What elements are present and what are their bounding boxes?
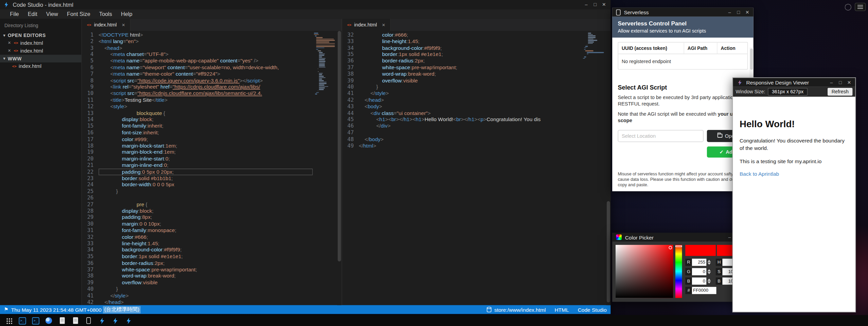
- code-line[interactable]: word-wrap:break-word;: [99, 273, 313, 279]
- rgb-r-stepper[interactable]: [707, 260, 711, 265]
- code-line[interactable]: margin-inline-start:0;: [99, 155, 313, 162]
- menu-view[interactable]: View: [42, 9, 63, 19]
- code-line[interactable]: pre {: [99, 201, 313, 208]
- code-line[interactable]: [359, 129, 582, 136]
- rgb-b-input[interactable]: [692, 277, 706, 285]
- text-editor-app-2[interactable]: [69, 315, 82, 326]
- code-line[interactable]: white-space:pre-wrap!important;: [359, 64, 582, 71]
- code-line[interactable]: </html>: [359, 142, 582, 149]
- text-editor-app-1[interactable]: [55, 315, 69, 326]
- code-line[interactable]: background-color:#f9f9f9;: [99, 247, 313, 253]
- code-line[interactable]: <html lang="en">: [99, 38, 313, 44]
- code-line[interactable]: padding:8px;: [99, 214, 313, 220]
- maximize-button[interactable]: □: [591, 1, 600, 9]
- code-line[interactable]: <meta charset="UTF-8">: [99, 51, 313, 58]
- close-tab-icon[interactable]: ✕: [382, 22, 385, 27]
- close-file-icon[interactable]: ✕: [8, 49, 11, 53]
- tab-index-html[interactable]: <> index.html ✕: [82, 19, 131, 31]
- menu-edit[interactable]: Edit: [23, 9, 42, 19]
- code-studio-title-bar[interactable]: Code Studio - index.html – □ ✕: [0, 0, 610, 9]
- code-line[interactable]: color:#999;: [99, 136, 313, 142]
- stepper-down-icon[interactable]: [707, 281, 711, 284]
- code-line[interactable]: <script src="https://code.jquery.com/jqu…: [99, 77, 313, 83]
- code-line[interactable]: blockquote {: [99, 110, 313, 116]
- www-folder-header[interactable]: ▾ WWW: [0, 55, 82, 62]
- stepper-up-icon[interactable]: [707, 260, 711, 262]
- code-line[interactable]: <title>Testing Site</title>: [99, 97, 313, 103]
- serverless-title-bar[interactable]: Serverless – □ ✕: [612, 8, 754, 17]
- code-line[interactable]: <meta name="apple-mobile-web-app-capable…: [99, 58, 313, 64]
- code-line[interactable]: word-wrap:break-word;: [359, 71, 582, 77]
- start-button[interactable]: [2, 315, 16, 326]
- code-line[interactable]: display:block;: [99, 208, 313, 214]
- code-line[interactable]: <h1><br></h1><h1>Hello World!<br></h1><p…: [359, 116, 582, 123]
- scrollbar-thumb[interactable]: [607, 201, 610, 302]
- terminal-app-2[interactable]: >_: [29, 315, 42, 326]
- rgb-r-input[interactable]: [692, 259, 706, 266]
- code-line[interactable]: line-height:1.45;: [359, 38, 582, 44]
- status-file-path[interactable]: store:/www/index.html: [494, 307, 546, 313]
- close-tab-icon[interactable]: ✕: [122, 22, 125, 27]
- code-line[interactable]: border-radius:2px;: [99, 260, 313, 266]
- scrollbar-thumb[interactable]: [338, 31, 341, 261]
- code-line[interactable]: </head>: [99, 299, 313, 305]
- maximize-button[interactable]: □: [734, 8, 743, 16]
- code-line[interactable]: <meta name="viewport" content="user-scal…: [99, 64, 313, 71]
- desktop-menu-button[interactable]: [855, 3, 866, 11]
- editor-scrollbar[interactable]: [337, 31, 341, 305]
- code-line[interactable]: padding:0 5px 0 20px;: [99, 169, 313, 175]
- open-editor-item[interactable]: ✕<>index.html: [0, 47, 82, 55]
- code-line[interactable]: margin:0 0 10px;: [99, 220, 313, 227]
- editor-scrollbar[interactable]: [606, 31, 610, 305]
- code-line[interactable]: </body>: [359, 136, 582, 142]
- code-line[interactable]: <div class="ui container">: [359, 110, 582, 116]
- minimize-button[interactable]: –: [582, 1, 591, 9]
- code-line[interactable]: font-family:monospace;: [99, 227, 313, 234]
- hue-slider[interactable]: [675, 245, 682, 298]
- code-line[interactable]: <link rel="stylesheet" href="https://cdn…: [99, 84, 313, 90]
- rgb-g-input[interactable]: [692, 268, 706, 275]
- code-line[interactable]: <script src="https://cdnjs.cloudflare.co…: [99, 90, 313, 97]
- serverless-app[interactable]: [82, 315, 95, 326]
- code-line[interactable]: </div>: [359, 123, 582, 129]
- code-studio-app-2[interactable]: [108, 315, 122, 326]
- terminal-app-1[interactable]: >_: [16, 315, 29, 326]
- code-studio-app-1[interactable]: [95, 315, 108, 326]
- code-line[interactable]: background-color:#f9f9f9;: [359, 44, 582, 51]
- saturation-brightness-picker[interactable]: [616, 245, 673, 298]
- code-area[interactable]: <!DOCTYPE html><html lang="en"> <head> <…: [99, 31, 313, 305]
- code-line[interactable]: }: [359, 84, 582, 90]
- status-app-name[interactable]: Code Studio: [578, 307, 607, 313]
- code-line[interactable]: }: [99, 188, 313, 194]
- code-line[interactable]: margin-block-start:1em;: [99, 142, 313, 149]
- code-line[interactable]: font-family:inherit;: [99, 123, 313, 129]
- window-size-value[interactable]: 361px x 627px: [768, 88, 808, 96]
- status-timezone[interactable]: (台北標準時間): [103, 306, 141, 313]
- code-line[interactable]: font-size:inherit;: [99, 129, 313, 136]
- menu-help[interactable]: Help: [117, 9, 137, 19]
- code-line[interactable]: margin-block-end:1em;: [99, 149, 313, 155]
- code-area[interactable]: color:#666; line-height:1.45; background…: [359, 31, 582, 305]
- close-button[interactable]: ✕: [845, 78, 854, 87]
- code-line[interactable]: color:#666;: [99, 234, 313, 240]
- maximize-button[interactable]: □: [836, 78, 845, 87]
- select-location-input[interactable]: [618, 130, 704, 142]
- minimap[interactable]: [582, 31, 606, 305]
- scrollbar-thumb[interactable]: [750, 49, 753, 70]
- code-line[interactable]: <style>: [99, 103, 313, 110]
- back-to-aprintlab-link[interactable]: Back to Aprintlab: [740, 171, 779, 177]
- hex-input[interactable]: [692, 287, 716, 294]
- viewer-title-bar[interactable]: Responsive Design Viewer – □ ✕: [733, 78, 855, 87]
- code-line[interactable]: </head>: [359, 97, 582, 103]
- menu-file[interactable]: File: [5, 9, 23, 19]
- menu-tools[interactable]: Tools: [95, 9, 117, 19]
- minimize-button[interactable]: –: [827, 78, 836, 87]
- code-line[interactable]: overflow:visible: [359, 77, 582, 83]
- code-line[interactable]: border-width:0 0 0 5px: [99, 181, 313, 188]
- minimize-button[interactable]: –: [725, 8, 734, 16]
- code-line[interactable]: display:block;: [99, 116, 313, 123]
- open-editor-item[interactable]: ✕<>index.html: [0, 39, 82, 47]
- minimap[interactable]: [313, 31, 337, 305]
- code-line[interactable]: </style>: [99, 292, 313, 299]
- close-button[interactable]: ✕: [600, 1, 608, 9]
